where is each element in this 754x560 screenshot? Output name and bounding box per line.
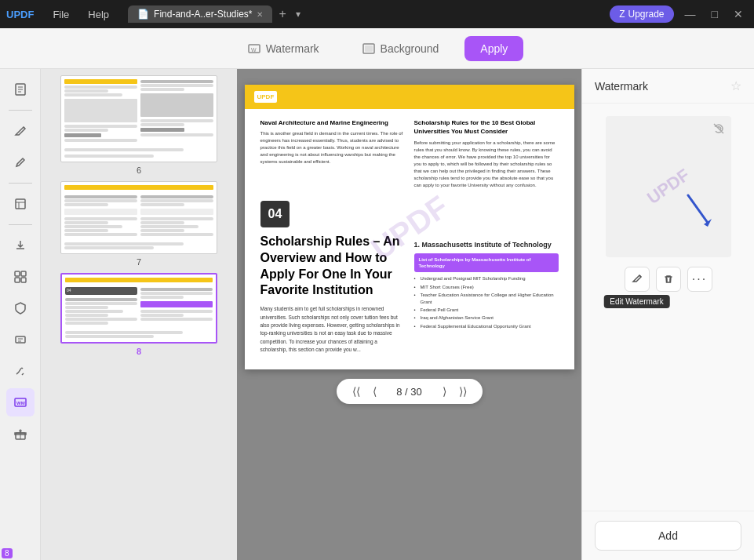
ocr-tool[interactable]: [6, 190, 35, 218]
document-view[interactable]: UPDF UPDF Naval Architecture and Marine …: [237, 69, 581, 560]
right-section1-text: Before submitting your application for a…: [414, 140, 559, 189]
svg-rect-11: [15, 271, 20, 276]
svg-text:WM: WM: [16, 401, 25, 405]
bullet-1: MIT Short Courses (Free): [414, 284, 559, 290]
main-title: Scholarship Rules – An Overview and How …: [260, 234, 405, 299]
tool-divider-2: [9, 183, 32, 184]
background-btn[interactable]: Background: [345, 35, 456, 63]
svg-rect-8: [16, 199, 25, 209]
edit-watermark-tooltip: Edit Watermark: [603, 295, 670, 308]
bullet-0: Undergrad and Postgrad MIT Scholarship F…: [414, 275, 559, 282]
upgrade-avatar: Z: [619, 9, 625, 20]
doc-main-right: 1. Massachusetts Institute of Technology…: [414, 234, 559, 355]
section1-text: This is another great field in demand in…: [260, 130, 405, 165]
doc-header: UPDF: [245, 85, 574, 109]
current-page: 8: [396, 386, 402, 398]
delete-watermark-btn[interactable]: [656, 267, 681, 292]
edit-tool[interactable]: [6, 117, 35, 145]
thumbnail-page-7[interactable]: 7: [53, 181, 225, 267]
new-tab-btn[interactable]: +: [275, 7, 289, 21]
next-page-btn[interactable]: ⟩: [439, 384, 450, 399]
svg-rect-14: [21, 278, 26, 282]
app-logo: UPDF: [6, 9, 34, 20]
thumbnail-page-6[interactable]: 6: [53, 75, 225, 175]
doc-intro-cols: Naval Architecture and Marine Engineerin…: [260, 118, 559, 191]
thumbnail-page-8[interactable]: 04 8 8: [53, 273, 225, 356]
svg-text:W: W: [251, 47, 257, 53]
highlight-box: List of Scholarships by Massachusetts In…: [414, 253, 559, 273]
svg-rect-3: [365, 45, 373, 52]
organize-tool[interactable]: [6, 263, 35, 291]
doc-logo: UPDF: [254, 91, 278, 103]
hide-watermark-icon[interactable]: [712, 122, 725, 137]
tab-dropdown-btn[interactable]: ▾: [296, 9, 301, 20]
background-icon: [362, 42, 376, 56]
upgrade-button[interactable]: Z Upgrade: [610, 5, 673, 23]
tab-document[interactable]: 📄 Find-and-A..er-Studies* ✕: [128, 5, 272, 23]
watermark-icon: W: [247, 42, 261, 56]
export-tool[interactable]: [6, 231, 35, 260]
svg-rect-13: [15, 278, 20, 282]
thumb-page-label-6: 6: [137, 165, 141, 175]
right-panel-preview: UPDF E: [582, 104, 754, 511]
close-btn[interactable]: ✕: [729, 8, 748, 20]
main-body: Many students aim to get full scholarshi…: [260, 305, 405, 354]
thumbnail-panel: 6: [41, 69, 237, 560]
right-panel-header: Watermark ☆: [582, 69, 754, 104]
bullet-4: Iraq and Afghanistan Service Grant: [414, 315, 559, 321]
thumb-img-7: [60, 181, 217, 254]
doc-right-intro-col: Scholarship Rules for the 10 Best Global…: [414, 118, 559, 191]
tab-close-btn[interactable]: ✕: [257, 10, 263, 19]
more-watermark-btn[interactable]: ···: [687, 267, 712, 292]
bullet-3: Federal Pell Grant: [414, 307, 559, 313]
first-page-btn[interactable]: ⟨⟨: [349, 384, 363, 399]
apply-btn[interactable]: Apply: [464, 36, 523, 61]
svg-rect-12: [21, 271, 26, 276]
tool-divider-1: [9, 110, 32, 111]
pages-tool[interactable]: [6, 75, 35, 104]
bullet-2: Teacher Education Assistance for College…: [414, 292, 559, 305]
right-panel: Watermark ☆ UPDF: [581, 69, 754, 560]
add-watermark-btn[interactable]: Add: [595, 521, 741, 551]
menu-file[interactable]: File: [46, 7, 75, 22]
gift-tool[interactable]: [6, 420, 35, 448]
watermark-actions: Edit Watermark ···: [625, 267, 712, 292]
page-separator: /: [405, 386, 408, 398]
watermark-label: Watermark: [266, 42, 319, 55]
univ-title: 1. Massachusetts Institute of Technology: [414, 240, 559, 250]
watermark-preview-box: UPDF: [606, 116, 731, 257]
minimize-btn[interactable]: —: [680, 8, 701, 20]
arrow-indicator: [684, 191, 716, 234]
apply-label: Apply: [480, 42, 508, 55]
prev-page-btn[interactable]: ⟨: [370, 384, 380, 399]
tool-divider-3: [9, 224, 32, 225]
right-panel-add: Add: [582, 511, 754, 560]
tab-label: Find-and-A..er-Studies*: [154, 9, 252, 20]
watermark-btn[interactable]: W Watermark: [231, 35, 336, 63]
edit-watermark-btn[interactable]: [625, 267, 650, 292]
titlebar-right: Z Upgrade — □ ✕: [610, 5, 748, 23]
thumb-page-label-7: 7: [137, 257, 141, 267]
background-label: Background: [381, 42, 439, 55]
svg-rect-15: [16, 336, 25, 343]
bullet-5: Federal Supplemental Educational Opportu…: [414, 323, 559, 329]
watermark-tool[interactable]: WM: [6, 388, 35, 416]
doc-main-cols: Scholarship Rules – An Overview and How …: [260, 234, 559, 355]
thumb-page-label-8: 8: [137, 347, 141, 356]
last-page-btn[interactable]: ⟩⟩: [456, 384, 470, 399]
main-area: WM: [0, 69, 754, 560]
annotate-tool[interactable]: [6, 148, 35, 176]
more-dots-icon: ···: [692, 272, 707, 286]
maximize-btn[interactable]: □: [707, 8, 723, 20]
upgrade-label: Upgrade: [628, 9, 665, 20]
page-info: 8 / 30: [386, 386, 433, 398]
section1-title: Naval Architecture and Marine Engineerin…: [260, 118, 405, 127]
menu-help[interactable]: Help: [82, 7, 115, 22]
chapter-area: 04: [260, 201, 559, 234]
esign-tool[interactable]: [6, 357, 35, 385]
favorite-star-btn[interactable]: ☆: [730, 78, 741, 93]
thumb-img-6: [60, 75, 217, 162]
forms-tool[interactable]: [6, 325, 35, 354]
toolbar: W Watermark Background Apply: [0, 28, 754, 69]
security-tool[interactable]: [6, 294, 35, 322]
